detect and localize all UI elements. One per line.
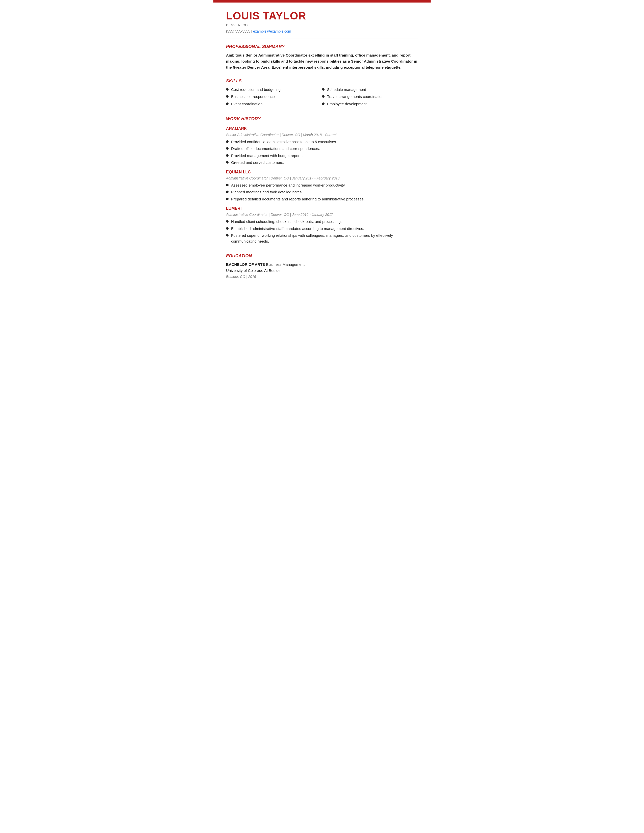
bullet-icon bbox=[226, 184, 229, 186]
job-bullet: Assessed employee performance and increa… bbox=[226, 182, 418, 188]
bullet-icon bbox=[226, 220, 229, 223]
job-dates-aramark: March 2018 - Current bbox=[303, 133, 336, 137]
job-bullet: Provided confidential administrative ass… bbox=[226, 139, 418, 145]
job-meta-aramark: Senior Administrative Coordinator | Denv… bbox=[226, 132, 418, 138]
job-bullet: Handled client scheduling, check-ins, ch… bbox=[226, 219, 418, 225]
skill-item-2: Business correspondence bbox=[226, 94, 322, 100]
job-bullet: Provided management with budget reports. bbox=[226, 153, 418, 159]
education-school: University of Colorado At Boulder bbox=[226, 268, 418, 273]
bullet-icon bbox=[322, 103, 325, 105]
job-location-aramark: Denver, CO bbox=[282, 133, 300, 137]
job-bullet: Established administrative-staff mandate… bbox=[226, 226, 418, 232]
skills-left-column: Cost reduction and budgeting Business co… bbox=[226, 87, 322, 109]
bullet-icon bbox=[226, 95, 229, 98]
job-location-equian: Denver, CO bbox=[270, 176, 289, 180]
skill-label: Business correspondence bbox=[231, 94, 275, 100]
skills-title: SKILLS bbox=[226, 78, 418, 84]
job-lumeri: LUMERI Administrative Coordinator | Denv… bbox=[226, 206, 418, 244]
bullet-icon bbox=[226, 140, 229, 143]
meta-sep2: | bbox=[290, 176, 292, 180]
skill-item-5: Travel arrangements coordination bbox=[322, 94, 418, 100]
bullet-icon bbox=[226, 198, 229, 200]
header-section: LOUIS TAYLOR DENVER, CO (555) 555-5555 |… bbox=[213, 3, 431, 39]
job-bullet: Greeted and served customers. bbox=[226, 160, 418, 166]
skill-item-6: Employee development bbox=[322, 101, 418, 107]
skill-label: Employee development bbox=[327, 101, 367, 107]
bullet-icon bbox=[226, 191, 229, 193]
job-bullet: Planned meetings and took detailed notes… bbox=[226, 189, 418, 195]
job-dates-lumeri: June 2016 - January 2017 bbox=[292, 212, 333, 217]
bullet-icon bbox=[322, 88, 325, 91]
job-bullet: Drafted office documentations and corres… bbox=[226, 146, 418, 152]
candidate-name: LOUIS TAYLOR bbox=[226, 10, 418, 22]
job-bullet: Prepared detailed documents and reports … bbox=[226, 196, 418, 202]
company-name-equian: EQUIAN LLC bbox=[226, 169, 418, 175]
candidate-location: DENVER, CO bbox=[226, 23, 418, 28]
bullet-icon bbox=[226, 147, 229, 150]
email-link[interactable]: example@example.com bbox=[253, 29, 291, 33]
job-aramark: ARAMARK Senior Administrative Coordinato… bbox=[226, 126, 418, 166]
job-meta-lumeri: Administrative Coordinator | Denver, CO … bbox=[226, 212, 418, 217]
top-accent-bar bbox=[213, 0, 431, 3]
bullet-icon bbox=[322, 95, 325, 98]
bullet-icon bbox=[226, 227, 229, 230]
company-name-aramark: ARAMARK bbox=[226, 126, 418, 132]
job-bullet: Fostered superior working relationships … bbox=[226, 233, 418, 244]
edu-meta-sep: | bbox=[246, 275, 248, 279]
professional-summary-title: PROFESSIONAL SUMMARY bbox=[226, 43, 418, 50]
education-location: Boulder, CO bbox=[226, 275, 245, 279]
bullet-icon bbox=[226, 88, 229, 91]
skill-label: Cost reduction and budgeting bbox=[231, 87, 280, 93]
contact-separator: | bbox=[251, 29, 252, 33]
degree-rest: Business Management bbox=[265, 262, 304, 267]
job-bullets-equian: Assessed employee performance and increa… bbox=[226, 182, 418, 202]
skills-section: SKILLS Cost reduction and budgeting Busi… bbox=[213, 73, 431, 111]
meta-sep2: | bbox=[290, 212, 292, 217]
job-location-lumeri: Denver, CO bbox=[270, 212, 289, 217]
skill-label: Event coordination bbox=[231, 101, 262, 107]
professional-summary-section: PROFESSIONAL SUMMARY Ambitious Senior Ad… bbox=[213, 39, 431, 73]
job-title-aramark: Senior Administrative Coordinator bbox=[226, 133, 279, 137]
bullet-icon bbox=[226, 154, 229, 157]
degree-bold: BACHELOR OF ARTS bbox=[226, 262, 265, 267]
contact-info: (555) 555-5555 | example@example.com bbox=[226, 29, 418, 34]
education-section: EDUCATION BACHELOR OF ARTS Business Mana… bbox=[213, 248, 431, 282]
job-bullets-lumeri: Handled client scheduling, check-ins, ch… bbox=[226, 219, 418, 244]
work-history-title: WORK HISTORY bbox=[226, 116, 418, 122]
skills-grid: Cost reduction and budgeting Business co… bbox=[226, 87, 418, 109]
phone-number: (555) 555-5555 bbox=[226, 29, 250, 33]
professional-summary-text: Ambitious Senior Administrative Coordina… bbox=[226, 52, 418, 71]
skills-right-column: Schedule management Travel arrangements … bbox=[322, 87, 418, 109]
skill-item-3: Event coordination bbox=[226, 101, 322, 107]
education-title: EDUCATION bbox=[226, 252, 418, 259]
job-title-lumeri: Administrative Coordinator bbox=[226, 212, 268, 217]
work-history-section: WORK HISTORY ARAMARK Senior Administrati… bbox=[213, 111, 431, 248]
job-equian: EQUIAN LLC Administrative Coordinator | … bbox=[226, 169, 418, 202]
skill-item-4: Schedule management bbox=[322, 87, 418, 93]
education-degree: BACHELOR OF ARTS Business Management bbox=[226, 262, 418, 268]
company-name-lumeri: LUMERI bbox=[226, 206, 418, 212]
resume-page: LOUIS TAYLOR DENVER, CO (555) 555-5555 |… bbox=[213, 0, 431, 297]
job-meta-equian: Administrative Coordinator | Denver, CO … bbox=[226, 176, 418, 181]
job-dates-equian: January 2017 - February 2018 bbox=[292, 176, 340, 180]
education-meta: Boulder, CO | 2016 bbox=[226, 274, 418, 280]
skill-label: Travel arrangements coordination bbox=[327, 94, 384, 100]
skill-label: Schedule management bbox=[327, 87, 366, 93]
bullet-icon bbox=[226, 103, 229, 105]
job-title-equian: Administrative Coordinator bbox=[226, 176, 268, 180]
skill-item-1: Cost reduction and budgeting bbox=[226, 87, 322, 93]
education-year: 2016 bbox=[248, 275, 256, 279]
meta-sep2: | bbox=[301, 133, 303, 137]
bullet-icon bbox=[226, 234, 229, 236]
bullet-icon bbox=[226, 161, 229, 164]
job-bullets-aramark: Provided confidential administrative ass… bbox=[226, 139, 418, 166]
